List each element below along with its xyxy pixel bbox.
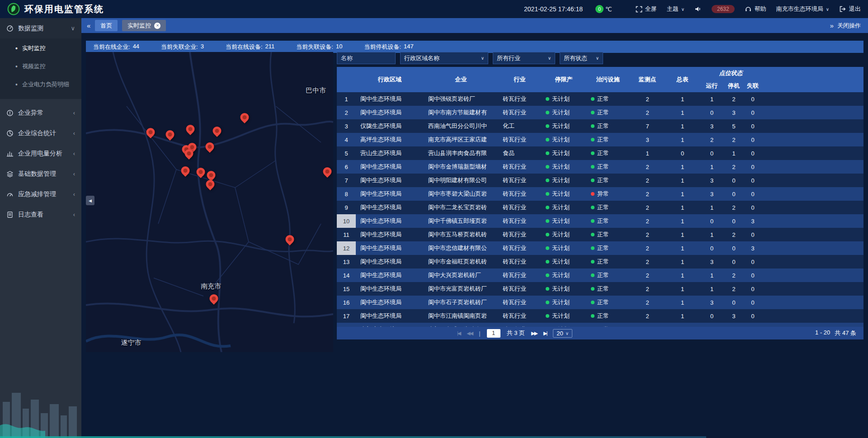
table-header: 行政区域 企业 行业 停限产 治污设施 监测点 总表 点位状态 运行 停机 失联 [337,67,863,92]
status-dot [591,124,594,128]
logout-label: 退出 [849,5,861,13]
cell-run: 1 [699,282,724,296]
prev-page-button[interactable]: ◀◀ [467,330,472,336]
sidebar-item-log-view[interactable]: 日志查看 ‹ [0,204,81,225]
table-row[interactable]: 9阆中生态环境局阆中市二龙长宝页岩砖砖瓦行业无计划正常21120 [337,201,863,214]
theme-dropdown[interactable]: 主题 ∨ [667,5,684,13]
stats-bar: 当前在线企业:44 当前失联企业:3 当前在线设备:211 当前失联设备:10 … [86,41,863,53]
map-city-label: 巴中市 [306,86,326,94]
org-dropdown[interactable]: 南充市生态环境局 ∨ [776,5,829,13]
temperature-value: 0 [595,5,604,13]
cell-limit: 无计划 [541,187,586,201]
cell-stop: 2 [724,282,743,296]
table-row[interactable]: 16阆中生态环境局阆中市石子页岩机砖厂砖瓦行业无计划正常21300 [337,296,863,309]
cell-company: 阆中强锐页岩砖厂 [424,92,498,106]
cell-industry: 砖瓦行业 [498,92,541,106]
cell-facility: 正常 [586,174,629,187]
sidebar-item-emergency-reduction[interactable]: 应急减排管理 ‹ [0,184,81,204]
logout-button[interactable]: 退出 [839,5,861,13]
total-count-label: 共 47 条 [835,329,856,337]
cell-points: 2 [629,282,665,296]
notification-badge[interactable]: 2632 [712,5,735,13]
table-row[interactable]: 7阆中生态环境局阆中明阳建材有限公司砖瓦行业无计划正常21300 [337,174,863,187]
tab-home[interactable]: 首页 [95,20,118,31]
row-index: 4 [337,133,356,146]
close-operations-button[interactable]: » 关闭操作 [830,22,863,30]
sidebar-item-realtime-monitor[interactable]: • 实时监控 [0,39,81,57]
name-search-input[interactable] [337,52,396,64]
cell-facility: 正常 [586,146,629,160]
help-button[interactable]: 帮助 [745,5,766,13]
status-select[interactable]: 所有状态 ∨ [560,52,603,64]
table-row[interactable]: 6阆中生态环境局阆中市金博瑞新型墙材砖瓦行业无计划正常21120 [337,160,863,174]
cell-meters: 1 [665,174,699,187]
region-select[interactable]: 行政区域名称 ∨ [400,52,488,64]
cell-facility: 正常 [586,296,629,309]
status-dot [591,179,594,182]
sidebar-item-company-abnormal[interactable]: 企业异常 ‹ [0,103,81,123]
table-row[interactable]: 10阆中生态环境局阆中千佛镇五郎垭页岩砖瓦行业无计划正常21003 [337,214,863,228]
cell-run: 3 [699,174,724,187]
col-points: 监测点 [629,67,665,92]
sidebar-item-company-statistics[interactable]: 企业综合统计 ‹ [0,123,81,143]
sidebar: 数据监测 ∨ • 实时监控 • 视频监控 • 企业电力负荷明细 企业异常 ‹ 企… [0,18,81,438]
tab-realtime-monitor[interactable]: 实时监控 × [122,20,166,31]
cell-industry: 食品 [498,146,541,160]
fullscreen-button[interactable]: 全屏 [636,5,657,13]
cell-run: 0 [699,309,724,323]
cell-industry: 砖瓦行业 [498,228,541,241]
table-row[interactable]: 13阆中生态环境局阆中市金福旺页岩机砖砖瓦行业无计划正常21300 [337,255,863,268]
cell-region: 阆中生态环境局 [356,282,424,296]
sidebar-item-data-monitor[interactable]: 数据监测 ∨ [0,18,81,38]
status-dot [546,287,549,291]
cell-lost: 0 [743,282,762,296]
map-panel[interactable]: 巴中市南充市遂宁市 ◀ [86,52,333,352]
map-collapse-button[interactable]: ◀ [86,196,94,205]
table-row[interactable]: 4高坪生态环境局南充市高坪区王家店建砖瓦行业无计划正常31220 [337,133,863,146]
cell-meters: 1 [665,282,699,296]
row-index: 10 [337,214,356,228]
table-row[interactable]: 12阆中生态环境局阆中市忠信建材有限公砖瓦行业无计划正常21003 [337,241,863,255]
status-dot [546,179,549,182]
cell-run: 0 [699,146,724,160]
cell-lost: 0 [743,201,762,214]
table-row[interactable]: 11阆中生态环境局阆中市五马桥页岩机砖砖瓦行业无计划正常21120 [337,228,863,241]
sidebar-item-base-data[interactable]: 基础数据管理 ‹ [0,164,81,184]
table-row[interactable]: 17阆中生态环境局阆中市江南镇阆南页岩砖瓦行业无计划正常21030 [337,309,863,323]
industry-select[interactable]: 所有行业 ∨ [493,52,555,64]
table-row[interactable]: 8阆中生态环境局阆中市枣碧大梁山页岩砖瓦行业无计划异常21300 [337,187,863,201]
cell-limit: 无计划 [541,296,586,309]
sidebar-item-power-load-detail[interactable]: • 企业电力负荷明细 [0,75,81,94]
status-dot [546,301,549,304]
sound-button[interactable] [694,5,702,13]
table-row[interactable]: 15阆中生态环境局阆中市光富页岩机砖厂砖瓦行业无计划正常21120 [337,282,863,296]
cell-region: 高坪生态环境局 [356,133,424,146]
last-page-button[interactable]: ▶| [543,330,547,336]
table-row[interactable]: 18南部生态环境局南部县兴盛页岩砖有限砖瓦行业无计划正常21030 [337,323,863,327]
cell-filler [762,201,863,214]
table-row[interactable]: 14阆中生态环境局阆中大兴页岩机砖厂砖瓦行业无计划正常21120 [337,268,863,282]
table-row[interactable]: 5营山生态环境局营山县润丰肉食品有限食品无计划正常10010 [337,146,863,160]
cell-limit: 无计划 [541,241,586,255]
cell-filler [762,133,863,146]
close-icon[interactable]: × [154,23,160,29]
first-page-button[interactable]: |◀ [457,330,460,336]
cell-stop: 2 [724,92,743,106]
sidebar-item-power-analysis[interactable]: 企业用电量分析 ‹ [0,143,81,164]
cell-company: 阆中市枣碧大梁山页岩 [424,187,498,201]
cell-limit: 无计划 [541,268,586,282]
org-name: 南充市生态环境局 [776,5,823,13]
table-row[interactable]: 1阆中生态环境局阆中强锐页岩砖厂砖瓦行业无计划正常21120 [337,92,863,106]
page-number-input[interactable] [487,329,500,338]
cell-points: 2 [629,92,665,106]
tabs-scroll-right-icon[interactable]: » [830,22,834,29]
page-size-select[interactable]: 20 ∨ [553,329,572,338]
tabs-scroll-left-icon[interactable]: « [87,22,90,29]
cell-region: 仪陇生态环境局 [356,119,424,133]
next-page-button[interactable]: ▶▶ [531,330,537,336]
cell-facility: 正常 [586,241,629,255]
table-row[interactable]: 3仪陇生态环境局西南油气田分公司川中化工无计划正常71350 [337,119,863,133]
table-row[interactable]: 2阆中生态环境局阆中市南方节能建材有砖瓦行业无计划正常21030 [337,106,863,119]
status-dot [546,138,549,141]
sidebar-item-video-monitor[interactable]: • 视频监控 [0,57,81,75]
